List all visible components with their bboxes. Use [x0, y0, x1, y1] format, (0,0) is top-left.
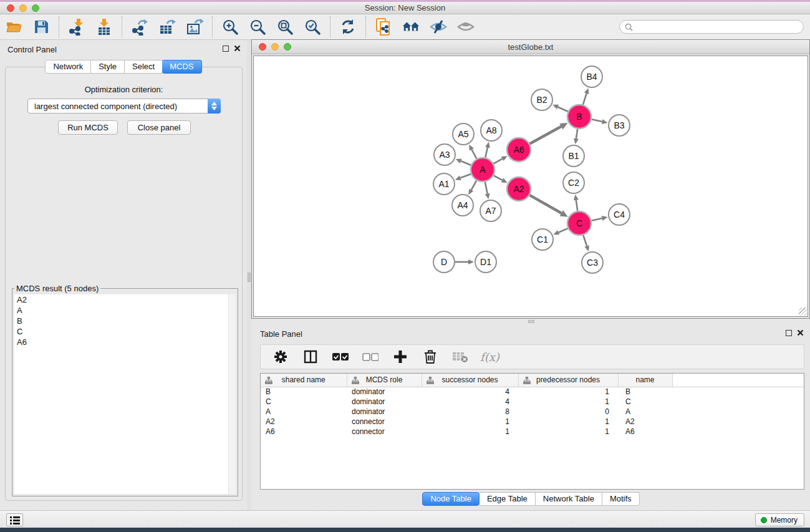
- table-settings-button[interactable]: [272, 348, 289, 365]
- graph-edge[interactable]: [558, 107, 568, 111]
- table-cell[interactable]: dominator: [347, 407, 422, 417]
- zoom-selected-button[interactable]: [304, 18, 321, 36]
- save-session-button[interactable]: [32, 18, 50, 36]
- column-header-successor-nodes[interactable]: successor nodes: [422, 374, 518, 387]
- split-panel-button[interactable]: [302, 348, 319, 365]
- table-cell[interactable]: A2: [618, 417, 672, 427]
- table-cell[interactable]: dominator: [347, 387, 422, 397]
- table-cell[interactable]: A6: [261, 427, 347, 437]
- clone-network-button[interactable]: [375, 18, 392, 36]
- import-network-button[interactable]: [68, 18, 85, 36]
- zoom-out-button[interactable]: [249, 18, 266, 36]
- criterion-dropdown[interactable]: largest connected component (directed): [27, 99, 221, 114]
- table-cell[interactable]: A: [261, 407, 347, 417]
- tab-edge-table[interactable]: Edge Table: [480, 492, 536, 506]
- search-input[interactable]: [636, 22, 798, 31]
- tab-mcds[interactable]: MCDS: [162, 60, 201, 74]
- table-row[interactable]: A6connector11A6: [261, 427, 804, 437]
- tab-style[interactable]: Style: [91, 60, 125, 74]
- table-cell[interactable]: 1: [518, 397, 618, 407]
- zoom-fit-button[interactable]: [276, 18, 294, 36]
- hide-selected-button[interactable]: [430, 18, 447, 36]
- graph-edge[interactable]: [529, 195, 561, 213]
- import-table-button[interactable]: [95, 18, 113, 36]
- select-all-rows-button[interactable]: [332, 348, 349, 365]
- result-list-item[interactable]: A: [14, 305, 236, 316]
- add-column-button[interactable]: [392, 348, 409, 365]
- table-cell[interactable]: A2: [261, 417, 347, 427]
- table-cell[interactable]: dominator: [347, 397, 422, 407]
- tab-network[interactable]: Network: [45, 60, 91, 74]
- export-table-button[interactable]: [158, 18, 176, 36]
- zoom-in-button[interactable]: [221, 18, 239, 36]
- result-list-item[interactable]: C: [14, 326, 236, 337]
- result-list-item[interactable]: A6: [14, 337, 236, 347]
- table-cell[interactable]: 4: [422, 397, 518, 407]
- table-row[interactable]: Adominator80A: [261, 407, 804, 417]
- graph-edge[interactable]: [485, 147, 488, 157]
- delete-table-button[interactable]: [451, 348, 469, 365]
- graph-edge[interactable]: [494, 158, 503, 163]
- open-session-button[interactable]: [5, 18, 22, 36]
- apply-function-button[interactable]: f(x): [480, 351, 499, 364]
- memory-button[interactable]: Memory: [755, 513, 804, 526]
- graph-edge[interactable]: [471, 180, 477, 190]
- show-all-button[interactable]: [457, 18, 475, 36]
- result-scrollbar[interactable]: [228, 294, 236, 494]
- column-header-predecessor-nodes[interactable]: predecessor nodes: [518, 374, 618, 387]
- table-cell[interactable]: B: [618, 387, 672, 397]
- tab-select[interactable]: Select: [125, 60, 163, 74]
- result-list-item[interactable]: A2: [14, 294, 236, 305]
- export-image-button[interactable]: [186, 18, 203, 36]
- table-cell[interactable]: 1: [518, 387, 618, 397]
- graph-edge[interactable]: [460, 174, 471, 178]
- column-header-mcds-role[interactable]: MCDS role: [347, 374, 422, 387]
- horizontal-divider-handle[interactable]: [528, 320, 534, 323]
- refresh-layout-button[interactable]: [339, 18, 357, 36]
- graph-edge[interactable]: [583, 235, 587, 246]
- network-canvas[interactable]: B4B2BB3A8A5A6A3B1AC2A1A2A4A7C4CC1C3DD1: [253, 56, 808, 317]
- table-cell[interactable]: 4: [422, 387, 518, 397]
- close-table-panel-icon[interactable]: [797, 329, 804, 336]
- tab-network-table[interactable]: Network Table: [536, 492, 602, 506]
- deselect-all-rows-button[interactable]: [362, 348, 379, 365]
- result-list-item[interactable]: B: [14, 316, 236, 326]
- graph-edge[interactable]: [583, 94, 587, 105]
- column-header-shared-name[interactable]: shared name: [261, 374, 347, 387]
- node-table[interactable]: shared nameMCDS rolesuccessor nodesprede…: [260, 373, 804, 490]
- graph-edge[interactable]: [592, 218, 602, 221]
- column-header-name[interactable]: name: [618, 374, 672, 387]
- search-field[interactable]: [619, 20, 804, 34]
- table-cell[interactable]: 0: [518, 407, 618, 417]
- graph-edge[interactable]: [471, 150, 476, 159]
- graph-edge[interactable]: [485, 182, 488, 194]
- graph-edge[interactable]: [576, 129, 577, 138]
- first-neighbors-button[interactable]: [402, 18, 420, 36]
- network-graph[interactable]: B4B2BB3A8A5A6A3B1AC2A1A2A4A7C4CC1C3DD1: [254, 56, 809, 318]
- table-cell[interactable]: 1: [518, 427, 618, 437]
- resize-grip[interactable]: [799, 307, 807, 316]
- table-row[interactable]: Cdominator41C: [261, 397, 804, 407]
- graph-edge[interactable]: [576, 200, 577, 211]
- table-cell[interactable]: C: [261, 397, 347, 407]
- table-cell[interactable]: 8: [422, 407, 518, 417]
- network-window-titlebar[interactable]: testGlobe.txt: [252, 40, 809, 54]
- graph-edge[interactable]: [461, 161, 471, 165]
- float-panel-icon[interactable]: [223, 46, 229, 52]
- table-cell[interactable]: connector: [347, 427, 422, 437]
- graph-edge[interactable]: [559, 228, 568, 233]
- table-row[interactable]: A2connector11A2: [261, 417, 804, 427]
- export-network-button[interactable]: [131, 18, 148, 36]
- graph-edge[interactable]: [530, 127, 561, 144]
- tab-node-table[interactable]: Node Table: [422, 492, 480, 506]
- table-cell[interactable]: 1: [422, 427, 518, 437]
- table-cell[interactable]: A: [618, 407, 672, 417]
- table-cell[interactable]: B: [261, 387, 347, 397]
- table-cell[interactable]: connector: [347, 417, 422, 427]
- run-mcds-button[interactable]: Run MCDS: [58, 120, 118, 135]
- show-panels-button[interactable]: [6, 513, 23, 526]
- graph-edge[interactable]: [592, 119, 602, 122]
- table-cell[interactable]: 1: [518, 417, 618, 427]
- delete-columns-button[interactable]: [422, 348, 439, 365]
- table-cell[interactable]: 1: [422, 417, 518, 427]
